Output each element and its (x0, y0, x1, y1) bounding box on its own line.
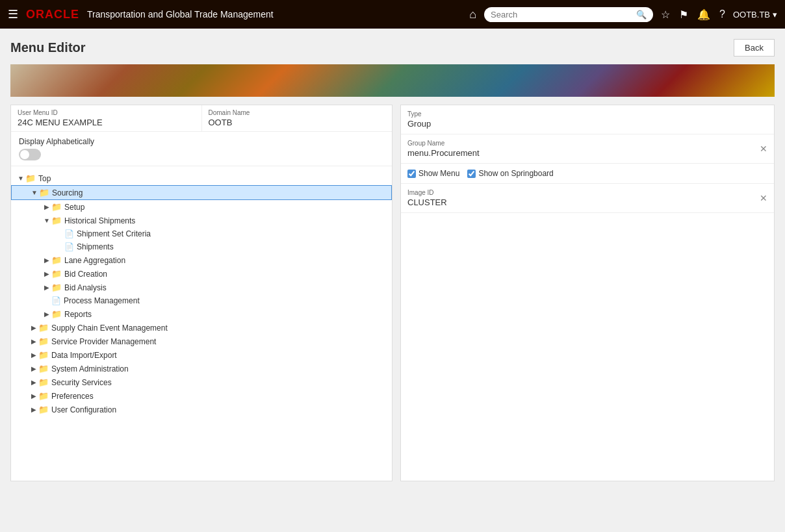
image-id-field: Image ID CLUSTER ✕ (401, 184, 774, 213)
page-title: Menu Editor (10, 40, 86, 55)
folder-icon: 📁 (38, 405, 49, 414)
tree-item-label: Historical Shipments (64, 216, 135, 225)
flag-icon[interactable]: ⚑ (679, 8, 688, 21)
tree-item-data-import[interactable]: ▶📁Data Import/Export (11, 348, 392, 362)
tree-item-lane-aggregation[interactable]: ▶📁Lane Aggregation (11, 253, 392, 267)
tree-item-label: Bid Analysis (64, 283, 107, 292)
folder-icon: 📁 (38, 323, 49, 333)
chevron-icon: ▶ (29, 365, 38, 372)
tree-item-label: Security Services (51, 378, 112, 387)
type-field: Type Group (401, 105, 774, 134)
right-panel: Type Group Group Name menu.Procurement ✕… (400, 105, 775, 481)
bell-icon[interactable]: 🔔 (697, 8, 710, 21)
tree-item-label: Process Management (64, 296, 140, 305)
search-icon: 🔍 (636, 10, 647, 19)
page-header: Menu Editor Back (10, 39, 775, 57)
type-label: Type (407, 110, 767, 118)
tree-item-process-management[interactable]: 📄Process Management (11, 294, 392, 307)
domain-name-label: Domain Name (209, 109, 386, 116)
tree-item-label: Setup (64, 203, 84, 212)
tree-item-label: Lane Aggregation (64, 256, 125, 265)
tree-item-setup[interactable]: ▶📁Setup (11, 200, 392, 214)
image-id-clear-button[interactable]: ✕ (760, 193, 767, 203)
tree-item-bid-analysis[interactable]: ▶📁Bid Analysis (11, 281, 392, 294)
show-menu-label: Show Menu (418, 169, 459, 178)
chevron-icon: ▶ (29, 379, 38, 386)
chevron-icon: ▶ (29, 351, 38, 359)
chevron-icon: ▶ (42, 284, 51, 291)
user-menu-id-field: User Menu ID 24C MENU EXAMPLE (11, 105, 202, 131)
group-name-value: menu.Procurement (407, 148, 767, 158)
tree-item-shipment-set-criteria[interactable]: 📄Shipment Set Criteria (11, 227, 392, 240)
tree-item-label: Reports (64, 310, 92, 319)
chevron-icon: ▶ (29, 406, 38, 413)
show-on-springboard-checkbox[interactable] (467, 170, 476, 178)
display-alpha-label: Display Alphabetically (19, 137, 94, 146)
group-name-clear-button[interactable]: ✕ (760, 144, 767, 154)
tree-item-label: User Configuration (51, 405, 116, 414)
folder-icon: 📁 (38, 336, 49, 346)
left-panel: User Menu ID 24C MENU EXAMPLE Domain Nam… (10, 105, 392, 481)
tree-item-label: System Administration (51, 364, 129, 374)
tree-container: ▼📁Top▼📁Sourcing▶📁Setup▼📁Historical Shipm… (11, 166, 392, 422)
home-icon[interactable]: ⌂ (469, 8, 476, 21)
show-on-springboard-label: Show on Springboard (478, 169, 553, 178)
display-alpha-toggle[interactable] (19, 149, 41, 160)
user-menu-id-value: 24C MENU EXAMPLE (18, 118, 195, 127)
folder-icon: 📁 (25, 173, 36, 183)
chevron-icon: ▶ (42, 270, 51, 277)
domain-name-value: OOTB (209, 118, 386, 127)
tree-item-label: Shipments (77, 242, 114, 251)
chevron-icon: ▶ (42, 203, 51, 210)
chevron-icon: ▼ (16, 175, 25, 182)
tree-item-label: Sourcing (52, 188, 83, 197)
folder-icon: 📁 (38, 377, 49, 387)
tree-item-user-configuration[interactable]: ▶📁User Configuration (11, 403, 392, 416)
folder-icon: 📁 (51, 309, 62, 319)
tree-item-top[interactable]: ▼📁Top (11, 171, 392, 185)
image-id-label: Image ID (407, 189, 767, 196)
tree-item-label: Bid Creation (64, 270, 107, 279)
tree-item-reports[interactable]: ▶📁Reports (11, 307, 392, 321)
display-alphabetically-section: Display Alphabetically (11, 132, 392, 166)
tree-item-bid-creation[interactable]: ▶📁Bid Creation (11, 267, 392, 281)
user-menu[interactable]: OOTB.TB ▾ (733, 10, 777, 19)
tree-item-shipments[interactable]: 📄Shipments (11, 240, 392, 253)
folder-icon: 📁 (51, 216, 62, 225)
show-on-springboard-checkbox-item: Show on Springboard (467, 169, 553, 178)
star-icon[interactable]: ☆ (661, 8, 670, 21)
top-navigation: ☰ ORACLE Transportation and Global Trade… (0, 0, 785, 29)
tree-item-preferences[interactable]: ▶📁Preferences (11, 389, 392, 403)
folder-icon: 📁 (51, 255, 62, 265)
form-row-ids: User Menu ID 24C MENU EXAMPLE Domain Nam… (11, 105, 392, 132)
hamburger-menu[interactable]: ☰ (8, 7, 18, 21)
tree-item-historical-shipments[interactable]: ▼📁Historical Shipments (11, 214, 392, 227)
tree-item-service-provider[interactable]: ▶📁Service Provider Management (11, 335, 392, 348)
chevron-down-icon: ▾ (773, 10, 777, 19)
search-box[interactable]: 🔍 (484, 7, 653, 22)
back-button[interactable]: Back (734, 39, 775, 57)
tree-item-sourcing[interactable]: ▼📁Sourcing (11, 185, 392, 200)
type-value: Group (407, 119, 767, 129)
folder-icon: 📁 (38, 350, 49, 360)
chevron-icon: ▼ (42, 217, 51, 224)
chevron-icon: ▶ (29, 392, 38, 399)
tree-item-label: Preferences (51, 392, 94, 401)
help-icon[interactable]: ? (719, 8, 725, 20)
user-name: OOTB.TB (733, 10, 770, 19)
user-menu-id-label: User Menu ID (18, 109, 195, 116)
tree-item-supply-chain[interactable]: ▶📁Supply Chain Event Management (11, 321, 392, 335)
search-input[interactable] (491, 10, 632, 19)
folder-icon: 📁 (38, 391, 49, 401)
show-menu-checkbox[interactable] (407, 170, 416, 178)
oracle-logo: ORACLE (26, 8, 79, 21)
folder-icon: 📁 (51, 202, 62, 212)
domain-name-field: Domain Name OOTB (202, 105, 392, 131)
tree-item-security-services[interactable]: ▶📁Security Services (11, 375, 392, 389)
image-id-value: CLUSTER (407, 197, 767, 207)
chevron-icon: ▶ (42, 310, 51, 318)
tree-item-system-admin[interactable]: ▶📁System Administration (11, 362, 392, 375)
tree-item-label: Supply Chain Event Management (51, 323, 168, 333)
folder-icon: 📁 (39, 188, 49, 197)
folder-icon: 📁 (51, 283, 62, 292)
